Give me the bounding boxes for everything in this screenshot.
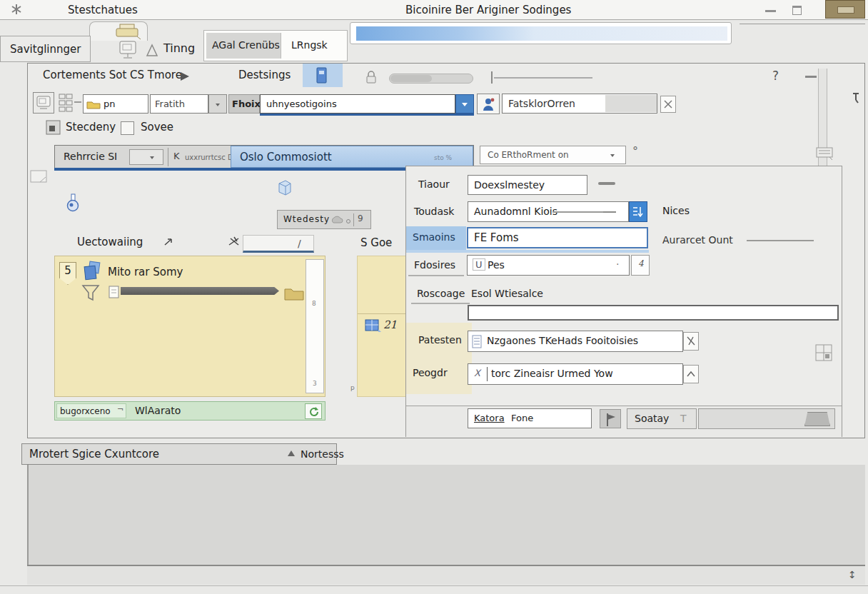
cloud-icon [330,216,343,224]
person-button[interactable] [477,94,500,114]
card-title: Mito rar Somy [108,266,183,278]
menu-arrow-icon [181,72,189,81]
image-check-icon[interactable] [46,120,61,136]
slider2-handle[interactable] [491,71,493,84]
form-label-tiaour: Tiaour [418,178,450,190]
address-input[interactable]: uhnyesotigoins [260,94,455,114]
drag-handle-icon[interactable] [598,182,615,185]
type-combo[interactable]: Fratith [150,94,208,114]
tab-inactive[interactable]: LRngsk [283,33,345,59]
message-input[interactable] [468,305,839,321]
fdosires-glyph: U [473,258,485,271]
folder-icon [86,99,101,109]
help-icon[interactable]: ? [772,69,779,83]
list-icon[interactable] [815,146,835,163]
bottom-header-right: Nortesss [301,448,344,460]
title-bar: Stestchatues Bicoinire Ber Ariginer Sodi… [0,0,868,20]
patesten-clear-button[interactable] [683,332,699,351]
card-scrollbar[interactable]: 8 3 [306,259,324,393]
status-bar: bugorxceno ¬ WlAarato [54,401,326,421]
check2-label[interactable]: Sovee [141,121,173,134]
goe-label: S Goe [360,236,392,249]
grid-window-icon[interactable] [815,344,834,363]
active-view-tab[interactable]: Oslo Commosiott sto % [231,146,473,168]
cube-icon [276,178,293,196]
padlock-icon [364,69,378,85]
menu-contents[interactable]: Cortements Sot CS Tmore [43,69,182,81]
task-card-panel: 5 Mito rar Somy 8 3 [54,256,326,397]
type-combo-arrow-button[interactable] [208,94,227,114]
grid-icon[interactable] [59,94,74,114]
x-small-icon [663,99,673,110]
peogdr-input[interactable]: X torc Zineaisr Urmed Yow [468,363,683,385]
checkbox2[interactable] [121,121,134,135]
close-button-slot [837,6,854,14]
fdosires-label-underline [408,275,464,276]
active-view-tab-label: Oslo Commosiott [240,151,332,163]
toolbar-end-button[interactable] [660,96,676,113]
calendar-cell-divider [358,313,406,314]
address-underline [260,114,474,116]
peogdr-glyph: X [474,368,480,378]
fdosires-spin-button[interactable]: 4 [631,255,650,276]
environment-field[interactable]: Co ERthoRment on [480,146,626,164]
range-label: Rehrrcie SI [64,151,117,162]
sort-by-button[interactable]: Soatay T [627,408,697,429]
scroll-mark-bottom: 3 [313,380,317,387]
active-view-tab-badge: sto % [434,154,452,161]
person-icon [482,96,496,112]
back-button[interactable]: Savitglinnger [0,36,91,62]
pin-icon[interactable] [851,91,861,106]
bottom-header[interactable]: Mrotert Sgice Cxuntcore Nortesss [21,443,337,465]
address-dropdown-button[interactable] [455,94,474,114]
caret-up-icon [686,370,696,378]
person-card-icon [82,261,105,285]
funnel-icon [81,283,102,303]
tab-active-label: AGal Crenübs [212,39,280,51]
zoom-slider[interactable] [389,74,473,84]
bars-icon [472,335,483,349]
footer-field[interactable]: Katora Fone [468,408,592,428]
highlighted-tool-button[interactable] [303,64,343,87]
form-cream-tint [406,323,472,394]
amount-label: Aurarcet Ount [662,234,733,246]
person-field[interactable]: FatsklorOrren [502,94,657,114]
toolbar-monitor-button[interactable] [33,92,54,114]
monitor-icon [118,40,140,60]
folder-field[interactable]: pn [83,94,148,114]
slash-field[interactable]: / [243,235,314,253]
slider2-track [494,77,592,79]
resize-glyph[interactable]: ↕ [848,569,857,580]
range-combo[interactable] [129,149,163,165]
address-input-value: uhnyesotigoins [266,99,337,109]
sort-button[interactable] [629,201,647,222]
minimize-icon[interactable] [765,10,776,12]
menu-settings[interactable]: Destsings [238,69,291,81]
status-prefix-suffix: ¬ [117,405,123,414]
form-label-patesten: Patesten [418,334,462,346]
app-window: Stestchatues Bicoinire Ber Ariginer Sodi… [0,0,868,594]
wide-footer-button[interactable] [698,408,835,429]
restore-icon[interactable] [792,6,802,15]
tab-active[interactable]: AGal Crenübs [206,33,281,59]
small-arrow-icon [163,237,173,247]
count-badge-value: 5 [64,264,71,277]
smaoins-input[interactable]: FE Foms [467,227,648,248]
collapse-dash-icon[interactable] [805,76,817,78]
tiaour-input[interactable]: Doexslmestey [468,175,587,195]
status-action-button[interactable] [305,403,322,419]
weekday-dropdown[interactable]: Wtedesty 9 [277,210,371,229]
check1-label[interactable]: Stecdeny [66,121,116,134]
fdosires-input[interactable]: U Pes · [467,255,630,276]
flag-button[interactable] [600,409,621,428]
patesten-input-value: Nzgaones TKeHads Fooitoisies [487,335,638,346]
peogdr-expand-button[interactable] [683,365,699,383]
close-button[interactable] [825,0,865,19]
patesten-input[interactable]: Nzgaones TKeHads Fooitoisies [468,331,683,352]
phone-label-box: Fhoixe [228,94,260,114]
flask-icon [64,193,83,213]
roscoage-label-underline [411,303,470,304]
tiaour-input-value: Doexslmestey [474,179,545,191]
weekday-side-glyph: 9 [358,213,363,223]
sort-by-label: Soatay [635,413,669,424]
